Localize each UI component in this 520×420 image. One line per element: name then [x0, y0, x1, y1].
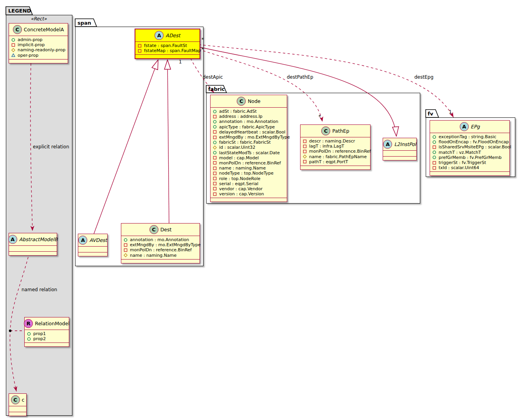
implicit-prop-icon [213, 177, 217, 180]
attribute-text: admin-prop [18, 37, 42, 42]
implicit-prop-icon [432, 166, 436, 170]
attribute-text: annotation : mo.Annotation [219, 119, 278, 124]
implicit-prop-icon [303, 139, 307, 143]
class-l2instpol: AL2InstPol [383, 138, 417, 160]
methods-section [9, 412, 26, 416]
class-pathep: CPathEpdescr : naming.DescrlagT : infra.… [300, 124, 371, 170]
attribute-row: name : fabric.PathEpName [303, 154, 368, 159]
attribute-row: isSharedSrvMsiteEPg : scalar.Bool [432, 144, 507, 150]
class-name: Node [248, 98, 261, 104]
implicit-prop-icon [213, 192, 217, 196]
attributes-section [383, 150, 416, 156]
attribute-row: pathT : eqpt.PortT [303, 159, 368, 164]
class-c: Cc [9, 393, 27, 416]
attribute-row: fstate : span.FaultSt [138, 43, 197, 48]
attributes-section: exceptionTag : string.BasicfloodOnEncap … [430, 133, 509, 171]
attribute-text: role : top.NodeRole [219, 176, 260, 181]
uml-class-diagram: LEGEND span fabric fv «Rect» explicit re… [0, 0, 520, 420]
methods-section [135, 54, 200, 58]
attribute-row: descr : naming.Descr [303, 139, 368, 144]
attribute-row: nodeType : top.NodeType [213, 171, 284, 176]
attribute-text: fabricSt : fabric.FabricSt [219, 140, 271, 145]
class-avdest: AAVDest [78, 234, 108, 256]
attribute-text: apicType : fabric.ApicType [219, 124, 275, 130]
explicit-relation-label: explicit relation [33, 144, 69, 150]
class-header: AAbstractModelB [9, 233, 57, 245]
attribute-row: floodOnEncap : fv.FloodOnEncap [432, 139, 507, 144]
attribute-row: id : scalar.Uint32 [213, 145, 284, 150]
attribute-row: adSt : fabric.AdSt [213, 109, 284, 114]
class-header: CDest [121, 224, 200, 236]
class-header: AEPg [430, 121, 509, 133]
package-fv-label: fv [428, 110, 433, 117]
admin-prop-icon [27, 337, 31, 341]
attributes-section [78, 246, 107, 252]
class-relationmodel: RRelationModelprop1prop2 [24, 317, 69, 347]
attribute-text: address : address.Ip [219, 114, 263, 119]
class-name: RelationModel [35, 321, 69, 326]
multiplicity-destpathep-source: * [202, 47, 204, 52]
naming-readonly-prop-icon [303, 155, 307, 159]
package-span-label: span [77, 19, 91, 27]
attribute-text: prop2 [33, 336, 46, 341]
multiplicity-destapic-source: 1 [179, 59, 182, 65]
attribute-row: monPolDn : reference.BinRef [303, 149, 368, 154]
admin-prop-icon [213, 151, 217, 155]
attribute-row: address : address.Ip [213, 114, 284, 119]
admin-prop-icon [432, 140, 436, 144]
class-concretemodela: CConcreteModelAadmin-propimplicit-propna… [9, 23, 68, 63]
implicit-prop-icon [213, 182, 217, 186]
naming-readonly-prop-icon [124, 253, 128, 257]
oper-prop-icon [11, 53, 15, 57]
attributes-section: adSt : fabric.AdStaddress : address.Ipan… [211, 107, 287, 198]
attribute-text: serial : eqpt.Serial [219, 181, 258, 186]
attribute-row: prefGrMemb : fv.PrefGrMemb [432, 155, 507, 160]
attribute-row: name : naming.Name [124, 253, 197, 258]
class-name: L2InstPol [394, 141, 416, 147]
abstract-spot-icon: A [460, 122, 469, 131]
admin-prop-icon [27, 332, 31, 336]
attributes-section: prop1prop2 [25, 330, 69, 342]
class-header: AADest [135, 29, 200, 41]
attribute-row: oper-prop [11, 53, 65, 58]
methods-section [9, 59, 68, 63]
implicit-prop-icon [213, 135, 217, 139]
methods-section [211, 198, 287, 202]
attribute-row: monPolDn : reference.BinRef [213, 160, 284, 166]
class-header: CPathEp [300, 125, 370, 137]
implicit-prop-icon [432, 145, 436, 149]
attribute-row: lagT : infra.LagT [303, 144, 368, 149]
methods-section [383, 156, 416, 160]
attribute-row: fstateMap : span.FaultMap [138, 48, 197, 53]
attribute-row: txId : scalar.Uint64 [432, 165, 507, 170]
naming-readonly-prop-icon [213, 146, 217, 150]
implicit-prop-icon [213, 171, 217, 175]
class-node: CNodeadSt : fabric.AdStaddress : address… [210, 95, 287, 202]
attribute-text: adSt : fabric.AdSt [219, 109, 257, 114]
attribute-text: model : cap.Model [219, 155, 259, 160]
abstract-spot-icon: A [78, 236, 87, 245]
package-fabric-label: fabric [208, 85, 225, 93]
attribute-text: monPolDn : reference.BinRef [130, 247, 192, 252]
attribute-row: annotation : mo.Annotation [124, 237, 197, 242]
implicit-prop-icon [213, 130, 217, 134]
class-name: Dest [160, 227, 172, 233]
attribute-text: name : naming.Name [219, 166, 266, 171]
class-name: AbstractModelB [19, 236, 58, 242]
relation-label-destapic: destApic [203, 74, 223, 80]
attribute-text: naming-readonly-prop [18, 47, 65, 52]
abstract-spot-icon: A [155, 31, 164, 40]
class-abstractmodelb: AAbstractModelB [9, 233, 57, 256]
methods-section [121, 259, 200, 263]
attribute-text: id : scalar.Uint32 [219, 145, 255, 150]
class-dest: CDestannotation : mo.AnnotationextMngdBy… [121, 223, 200, 263]
methods-section [9, 251, 57, 255]
relation-label-destpathep: destPathEp [287, 74, 313, 80]
attributes-section [9, 406, 26, 412]
attribute-text: name : naming.Name [130, 253, 176, 258]
implicit-prop-icon [303, 144, 307, 148]
methods-section [430, 171, 509, 175]
attributes-section [9, 245, 57, 251]
admin-prop-icon [213, 141, 217, 144]
admin-prop-icon [432, 150, 436, 154]
